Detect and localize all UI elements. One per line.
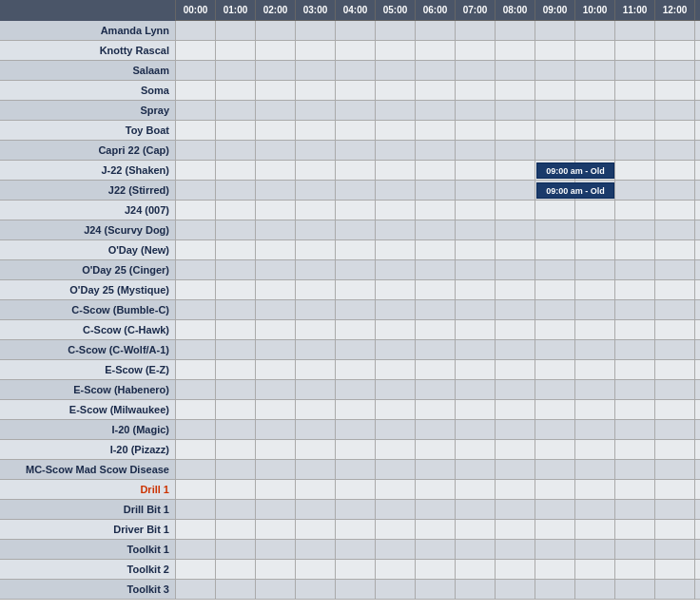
time-cell[interactable] — [416, 181, 456, 201]
time-cell[interactable] — [496, 460, 535, 480]
time-cell[interactable] — [655, 380, 695, 400]
time-cell[interactable] — [535, 201, 575, 220]
time-cell[interactable] — [615, 480, 655, 500]
time-cell[interactable] — [216, 41, 256, 61]
time-cell[interactable] — [615, 220, 655, 240]
time-cell[interactable] — [256, 141, 296, 161]
time-cell[interactable] — [695, 21, 700, 41]
time-cell[interactable] — [456, 300, 496, 320]
time-cell[interactable] — [256, 280, 296, 300]
time-cell[interactable] — [296, 460, 336, 480]
time-cell[interactable] — [575, 480, 615, 500]
time-cell[interactable] — [376, 520, 416, 540]
time-cell[interactable] — [296, 240, 336, 260]
time-cell[interactable] — [256, 121, 296, 141]
time-cell[interactable] — [216, 360, 256, 380]
time-cell[interactable] — [336, 280, 376, 300]
time-cell[interactable]: 09:00 am - Old — [535, 181, 575, 201]
time-cell[interactable] — [416, 420, 456, 440]
time-cell[interactable] — [376, 240, 416, 260]
time-cell[interactable] — [256, 340, 296, 360]
time-cell[interactable] — [176, 440, 216, 460]
time-cell[interactable] — [456, 141, 496, 161]
time-cell[interactable] — [615, 21, 655, 41]
time-cell[interactable] — [655, 101, 695, 121]
time-cell[interactable] — [176, 560, 216, 580]
time-cell[interactable] — [575, 440, 615, 460]
time-cell[interactable] — [575, 340, 615, 360]
time-cell[interactable] — [496, 121, 535, 141]
time-cell[interactable] — [256, 161, 296, 181]
time-cell[interactable] — [695, 340, 700, 360]
time-cell[interactable] — [416, 340, 456, 360]
time-cell[interactable] — [416, 121, 456, 141]
time-cell[interactable] — [216, 500, 256, 520]
time-cell[interactable] — [296, 520, 336, 540]
time-cell[interactable] — [615, 280, 655, 300]
time-cell[interactable] — [535, 21, 575, 41]
time-cell[interactable] — [256, 400, 296, 420]
time-cell[interactable] — [456, 380, 496, 400]
time-cell[interactable] — [535, 220, 575, 240]
time-cell[interactable] — [296, 220, 336, 240]
time-cell[interactable] — [216, 320, 256, 340]
time-cell[interactable] — [575, 121, 615, 141]
time-cell[interactable] — [655, 340, 695, 360]
time-cell[interactable] — [615, 141, 655, 161]
time-cell[interactable] — [216, 380, 256, 400]
time-cell[interactable] — [376, 580, 416, 600]
time-cell[interactable] — [216, 220, 256, 240]
time-cell[interactable] — [256, 320, 296, 340]
time-cell[interactable] — [336, 220, 376, 240]
time-cell[interactable] — [496, 380, 535, 400]
time-cell[interactable] — [535, 500, 575, 520]
time-cell[interactable] — [296, 560, 336, 580]
time-cell[interactable] — [456, 61, 496, 81]
time-cell[interactable] — [655, 41, 695, 61]
time-cell[interactable] — [575, 21, 615, 41]
time-cell[interactable] — [416, 380, 456, 400]
time-cell[interactable] — [176, 41, 216, 61]
time-cell[interactable] — [535, 580, 575, 600]
time-cell[interactable] — [535, 41, 575, 61]
time-cell[interactable] — [416, 520, 456, 540]
time-cell[interactable] — [176, 400, 216, 420]
time-cell[interactable] — [256, 440, 296, 460]
time-cell[interactable] — [216, 400, 256, 420]
time-cell[interactable] — [695, 61, 700, 81]
time-cell[interactable] — [615, 440, 655, 460]
time-cell[interactable] — [655, 181, 695, 201]
time-cell[interactable] — [695, 201, 700, 220]
time-cell[interactable] — [296, 480, 336, 500]
time-cell[interactable] — [535, 101, 575, 121]
time-cell[interactable] — [496, 560, 535, 580]
time-cell[interactable] — [456, 320, 496, 340]
time-cell[interactable] — [535, 260, 575, 280]
time-cell[interactable] — [176, 540, 216, 560]
time-cell[interactable] — [216, 460, 256, 480]
time-cell[interactable] — [416, 81, 456, 101]
time-cell[interactable] — [376, 161, 416, 181]
time-cell[interactable] — [655, 161, 695, 181]
time-cell[interactable] — [416, 101, 456, 121]
time-cell[interactable] — [416, 540, 456, 560]
time-cell[interactable] — [416, 500, 456, 520]
time-cell[interactable] — [296, 41, 336, 61]
time-cell[interactable] — [416, 161, 456, 181]
time-cell[interactable] — [615, 500, 655, 520]
time-cell[interactable] — [216, 440, 256, 460]
time-cell[interactable] — [496, 540, 535, 560]
time-cell[interactable] — [575, 61, 615, 81]
time-cell[interactable] — [176, 520, 216, 540]
event-block[interactable]: 09:00 am - Old — [536, 182, 614, 199]
time-cell[interactable] — [336, 380, 376, 400]
time-cell[interactable] — [216, 340, 256, 360]
time-cell[interactable] — [615, 540, 655, 560]
time-cell[interactable] — [456, 500, 496, 520]
time-cell[interactable] — [336, 101, 376, 121]
time-cell[interactable] — [456, 181, 496, 201]
time-cell[interactable] — [256, 81, 296, 101]
time-cell[interactable] — [416, 61, 456, 81]
time-cell[interactable] — [575, 360, 615, 380]
time-cell[interactable] — [176, 81, 216, 101]
